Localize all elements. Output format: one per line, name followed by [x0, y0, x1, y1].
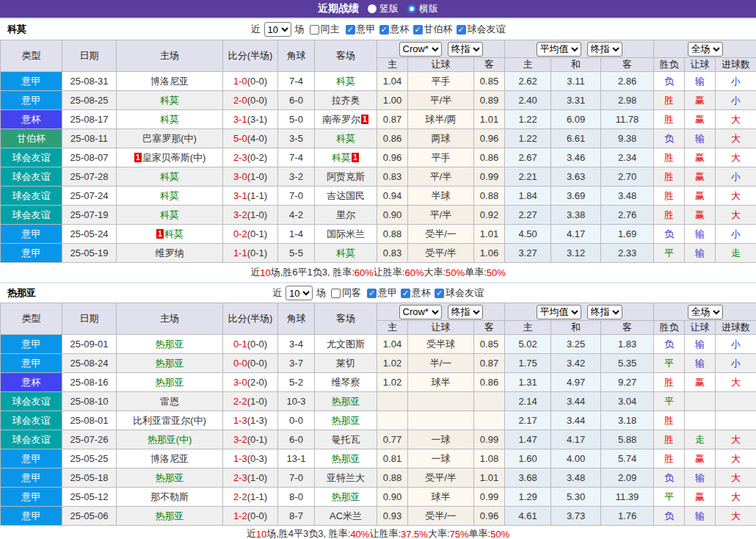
same-venue-checkbox[interactable]: 同主 [310, 23, 340, 36]
corner-cell: 10-3 [278, 392, 315, 411]
crow-odds-cell: 0.83 [377, 167, 408, 187]
team-name: 科莫 [7, 23, 26, 36]
home-team-cell: 雷恩 [117, 392, 223, 411]
home-team-cell: 热那亚(中) [117, 430, 223, 449]
league-filter-checkbox[interactable]: ✓意杯 [401, 286, 431, 300]
result-cell: 大 [716, 187, 756, 206]
result-cell [716, 392, 756, 411]
scope-select[interactable]: 全场 [688, 42, 723, 57]
score-cell: 1-3(0-3) [223, 449, 278, 469]
avg-odds-cell: 11.78 [601, 110, 654, 129]
avg-odds-cell: 3.12 [551, 244, 601, 263]
checkbox-icon[interactable]: ✓ [367, 289, 377, 298]
crow-odds-cell [377, 411, 408, 430]
result-cell: 大 [716, 430, 756, 449]
col-away: 客场 [315, 303, 377, 335]
result-cell: 大 [716, 488, 756, 507]
crow-odds-cell: 1.01 [474, 469, 505, 488]
checkbox-icon[interactable]: ✓ [413, 25, 423, 35]
checkbox-icon[interactable] [310, 25, 319, 35]
final-odds-select-2[interactable]: 终指 [587, 305, 622, 319]
home-team-cell: 科莫 [117, 187, 223, 206]
checkbox-icon[interactable] [331, 289, 341, 298]
same-venue-checkbox[interactable]: 同客 [331, 286, 361, 300]
result-cell: 大 [716, 449, 756, 469]
league-filter-checkbox[interactable]: ✓意甲 [346, 23, 376, 36]
checkbox-icon[interactable]: ✓ [457, 25, 466, 35]
away-team-cell: 里尔 [315, 206, 377, 225]
home-team-cell: 1皇家贝蒂斯(中) [117, 148, 223, 167]
home-team-cell: 1科莫 [117, 225, 223, 244]
recent-count-select[interactable]: 10 [286, 286, 313, 300]
avg-odds-cell: 1.76 [601, 507, 654, 526]
avg-odds-cell: 6.61 [551, 129, 601, 148]
layout-radio-horizontal[interactable]: 横版 [407, 2, 438, 15]
crow-select[interactable]: Crow* [399, 305, 442, 319]
crow-odds-cell: 0.87 [474, 354, 505, 373]
avg-odds-cell: 2.76 [601, 206, 654, 225]
crow-odds-cell: 0.99 [474, 488, 505, 507]
layout-radio-vertical[interactable]: 竖版 [368, 2, 399, 15]
away-team-cell: 南蒂罗尔1 [315, 110, 377, 129]
avg-select[interactable]: 平均值 [537, 305, 581, 319]
final-odds-select[interactable]: 终指 [448, 42, 483, 57]
result-cell: 输 [685, 354, 716, 373]
result-cell: 负 [654, 129, 685, 148]
league-filter-checkbox[interactable]: ✓甘伯杯 [413, 23, 453, 36]
home-team-cell: 热那亚 [117, 354, 223, 373]
result-cell: 胜 [654, 187, 685, 206]
checkbox-icon[interactable]: ✓ [401, 289, 410, 298]
recent-count-select[interactable]: 10 [264, 22, 291, 37]
scope-select[interactable]: 全场 [688, 305, 723, 319]
league-filter-checkbox[interactable]: ✓球会友谊 [457, 23, 506, 36]
type-cell: 意杯 [1, 373, 62, 392]
result-cell: 小 [716, 335, 756, 354]
league-filter-checkbox[interactable]: ✓意杯 [379, 23, 410, 36]
col-crow-away: 客 [474, 58, 505, 72]
crow-odds-cell: 0.96 [474, 129, 505, 148]
summary-line: 近10场,胜4平3负3, 胜率:40% 让胜率:37.5% 大率:75% 单率:… [0, 526, 756, 539]
type-cell: 意甲 [1, 335, 62, 354]
avg-select[interactable]: 平均值 [537, 42, 581, 57]
score-cell: 3-1(1-1) [223, 187, 278, 206]
result-cell [685, 392, 716, 411]
avg-odds-cell: 3.48 [601, 187, 654, 206]
league-filter-checkbox[interactable]: ✓球会友谊 [435, 286, 484, 300]
result-cell: 小 [716, 354, 756, 373]
result-cell: 平 [654, 392, 685, 411]
crow-select[interactable]: Crow* [399, 42, 442, 57]
radio-icon[interactable] [368, 4, 377, 13]
away-team-cell: 尤文图斯 [315, 335, 377, 354]
crow-odds-cell: 1.02 [377, 354, 408, 373]
date-cell: 25-08-11 [62, 129, 117, 148]
radio-icon[interactable] [407, 4, 416, 13]
checkbox-icon[interactable]: ✓ [346, 25, 355, 35]
results-table-genoa: 类型 日期 主场 比分(半场) 角球 客场 Crow* 终指 平均值 终指 全场… [0, 303, 756, 526]
avg-odds-cell: 3.38 [551, 206, 601, 225]
type-cell: 意甲 [1, 91, 62, 110]
checkbox-icon[interactable]: ✓ [379, 25, 389, 35]
result-cell: 胜 [654, 206, 685, 225]
avg-odds-cell: 3.11 [551, 72, 601, 91]
score-cell: 2-0(0-0) [223, 91, 278, 110]
home-team-cell: 比利亚雷亚尔(中) [117, 411, 223, 430]
result-cell: 输 [685, 469, 716, 488]
checkbox-icon[interactable]: ✓ [435, 289, 444, 298]
type-cell: 球会友谊 [1, 411, 62, 430]
result-cell: 输 [685, 129, 716, 148]
result-cell [716, 411, 756, 430]
corner-cell: 3-4 [278, 335, 315, 354]
score-cell: 2-3(0-2) [223, 148, 278, 167]
league-filter-checkbox[interactable]: ✓意甲 [367, 286, 397, 300]
col-home: 主场 [117, 40, 223, 72]
final-odds-select-2[interactable]: 终指 [587, 42, 622, 57]
match-row: 意甲25-09-01热那亚0-1(0-0)3-4尤文图斯1.04受半球0.855… [1, 335, 756, 354]
corner-cell: 5-2 [278, 373, 315, 392]
crow-odds-cell: 受平/半 [408, 469, 474, 488]
crow-odds-cell: 0.99 [474, 167, 505, 187]
corner-cell: 7-4 [278, 72, 315, 91]
type-cell: 意甲 [1, 244, 62, 263]
result-cell: 胜 [654, 430, 685, 449]
final-odds-select[interactable]: 终指 [448, 305, 483, 319]
result-cell: 小 [716, 72, 756, 91]
